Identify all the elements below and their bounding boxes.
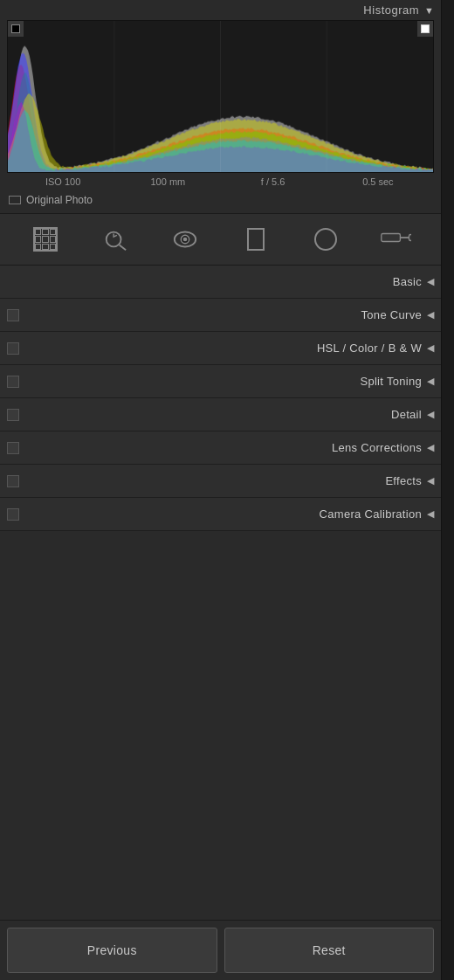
tone-curve-section[interactable]: Tone Curve ◀ <box>0 299 441 332</box>
histogram-arrow-icon: ▼ <box>424 5 434 16</box>
svg-rect-5 <box>382 234 401 242</box>
basic-arrow-icon: ◀ <box>427 276 434 287</box>
content-area: Histogram ▼ ISO 100 100 mm f / 5.6 0.5 s… <box>0 0 441 980</box>
split-toning-arrow-icon: ◀ <box>427 376 434 387</box>
radial-filter-tool[interactable] <box>307 221 344 258</box>
blacks-icon <box>11 24 20 33</box>
tools-section <box>0 213 441 266</box>
original-photo-row[interactable]: Original Photo <box>0 190 441 213</box>
lens-corrections-section[interactable]: Lens Corrections ◀ <box>0 431 441 465</box>
spot-removal-tool[interactable] <box>97 221 134 258</box>
original-photo-checkbox[interactable] <box>9 196 21 204</box>
main-container: Histogram ▼ ISO 100 100 mm f / 5.6 0.5 s… <box>0 0 454 980</box>
rect-icon <box>247 228 265 251</box>
iso-value: ISO 100 <box>10 176 115 187</box>
brush-icon <box>380 227 411 252</box>
tone-curve-label: Tone Curve <box>24 308 422 321</box>
aperture-value: f / 5.6 <box>221 176 326 187</box>
reset-button[interactable]: Reset <box>224 928 435 973</box>
crop-overlay-tool[interactable] <box>27 221 64 258</box>
effects-label: Effects <box>24 474 422 487</box>
original-photo-label: Original Photo <box>26 194 93 206</box>
adjustment-brush-tool[interactable] <box>377 221 414 258</box>
circle-icon <box>314 228 337 251</box>
detail-section[interactable]: Detail ◀ <box>0 398 441 431</box>
effects-toggle[interactable] <box>7 475 19 487</box>
previous-button[interactable]: Previous <box>7 928 217 973</box>
histogram-blacks-button[interactable] <box>8 21 24 37</box>
histogram-canvas <box>7 20 434 173</box>
basic-section-header[interactable]: Basic ◀ <box>0 266 441 299</box>
effects-section[interactable]: Effects ◀ <box>0 465 441 498</box>
detail-arrow-icon: ◀ <box>427 409 434 420</box>
split-toning-label: Split Toning <box>24 375 422 388</box>
effects-arrow-icon: ◀ <box>427 475 434 487</box>
hsl-toggle[interactable] <box>7 342 19 355</box>
hsl-arrow-icon: ◀ <box>427 342 434 354</box>
histogram-meta: ISO 100 100 mm f / 5.6 0.5 sec <box>0 173 441 190</box>
histogram-header: Histogram ▼ <box>0 0 441 20</box>
whites-icon <box>421 24 430 33</box>
scrollbar[interactable] <box>441 0 454 980</box>
eye-icon <box>172 226 198 252</box>
svg-point-7 <box>409 234 411 240</box>
bottom-buttons: Previous Reset <box>0 920 441 980</box>
histogram-whites-button[interactable] <box>417 21 433 37</box>
lens-corrections-toggle[interactable] <box>7 442 19 454</box>
histogram-section: Histogram ▼ ISO 100 100 mm f / 5.6 0.5 s… <box>0 0 441 213</box>
grid-icon <box>33 227 58 252</box>
empty-area <box>0 531 441 920</box>
tone-curve-arrow-icon: ◀ <box>427 309 434 321</box>
histogram-title: Histogram <box>363 3 419 17</box>
basic-label: Basic <box>393 275 422 288</box>
svg-point-4 <box>183 238 188 242</box>
histogram-graph <box>8 21 433 172</box>
circle-arrow-icon <box>103 227 127 252</box>
red-eye-tool[interactable] <box>167 221 203 258</box>
focal-length-value: 100 mm <box>115 176 220 187</box>
lens-corrections-label: Lens Corrections <box>24 441 422 454</box>
lens-corrections-arrow-icon: ◀ <box>427 442 434 453</box>
split-toning-section[interactable]: Split Toning ◀ <box>0 365 441 398</box>
hsl-label: HSL / Color / B & W <box>24 342 422 355</box>
detail-toggle[interactable] <box>7 409 19 421</box>
tone-curve-toggle[interactable] <box>7 309 19 321</box>
svg-line-1 <box>120 245 126 251</box>
split-toning-toggle[interactable] <box>7 376 19 388</box>
shutter-speed-value: 0.5 sec <box>326 176 430 187</box>
hsl-section[interactable]: HSL / Color / B & W ◀ <box>0 332 441 365</box>
camera-calibration-arrow-icon: ◀ <box>427 508 434 520</box>
camera-calibration-section[interactable]: Camera Calibration ◀ <box>0 498 441 531</box>
camera-calibration-toggle[interactable] <box>7 508 19 521</box>
detail-label: Detail <box>24 408 422 421</box>
camera-calibration-label: Camera Calibration <box>24 507 422 521</box>
graduated-filter-tool[interactable] <box>237 221 274 258</box>
